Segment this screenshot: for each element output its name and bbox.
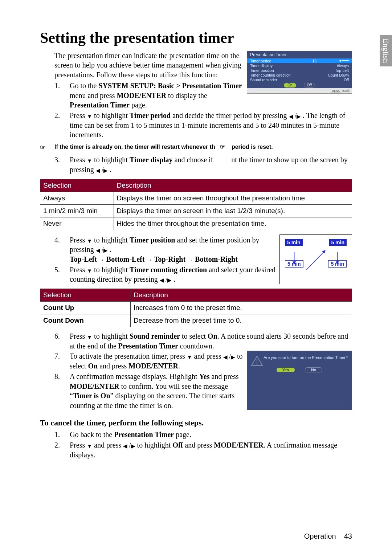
pos-top-right: 5 min — [329, 239, 347, 246]
step-6: Press ▼ to highlight Sound reminder to s… — [70, 331, 352, 351]
left-triangle-icon: ◀ — [96, 168, 100, 174]
left-triangle-icon: ◀ — [123, 444, 127, 449]
osd-presentation-timer: Presentation Timer Timer period15◄━━━━ T… — [247, 51, 352, 110]
step-1: Go to the SYSTEM SETUP: Basic > Presenta… — [70, 81, 243, 110]
timer-display-table: SelectionDescription AlwaysDisplays the … — [40, 179, 352, 230]
confirm-yes-button[interactable]: Yes — [277, 368, 295, 372]
cancel-step-2: Press ▼ and press ◀ /▶ to highlight Off … — [70, 440, 352, 460]
warning-icon — [251, 355, 263, 366]
left-triangle-icon: ◀ — [223, 355, 228, 360]
svg-point-4 — [257, 364, 258, 365]
cancel-step-1: Go back to the Presentation Timer page. — [70, 430, 352, 440]
left-triangle-icon: ◀ — [160, 278, 164, 283]
step-5: Press ▼ to highlight Timer counting dire… — [70, 265, 276, 285]
osd-row-sound-reminder: Sound reminderOff — [247, 77, 352, 82]
osd-row-timer-position: Timer positionTop-Left — [247, 68, 352, 73]
pos-bottom-right: 5 min — [328, 260, 347, 268]
right-triangle-icon: ▶ — [167, 278, 172, 283]
osd-title: Presentation Timer — [247, 51, 352, 58]
down-triangle-icon: ▼ — [87, 158, 92, 164]
table-row: AlwaysDisplays the timer on screen throu… — [40, 192, 352, 204]
note-hand-icon: ☞ — [40, 143, 54, 151]
down-triangle-icon: ▼ — [87, 268, 92, 274]
osd-row-timer-display: Timer displayAlways — [247, 63, 352, 68]
osd-row-counting-direction: Timer counting directionCount Down — [247, 73, 352, 77]
left-triangle-icon: ◀ — [96, 248, 100, 253]
language-tab: English — [380, 35, 392, 66]
arrow-right-icon: → — [99, 257, 105, 263]
osd-off-pill: Off — [304, 83, 315, 87]
down-triangle-icon: ▼ — [87, 335, 92, 340]
right-triangle-icon: ▶ — [297, 114, 301, 119]
confirm-dialog: Are you sure to turn on the Presentation… — [247, 351, 352, 410]
cancel-heading: To cancel the timer, perform the followi… — [40, 418, 352, 428]
pos-top-left: 5 min — [285, 239, 303, 246]
arrow-right-icon: → — [187, 257, 193, 263]
down-triangle-icon: ▼ — [87, 238, 92, 244]
left-triangle-icon: ◀ — [289, 114, 293, 119]
step-4: Press ▼ to highlight Timer position and … — [70, 235, 276, 264]
arrow-right-icon: → — [146, 257, 152, 263]
osd-menu-label: MENU — [331, 89, 342, 93]
table-row: 1 min/2 min/3 minDisplays the timer on s… — [40, 204, 352, 217]
step-2: Press ▼ to highlight Timer period and de… — [70, 111, 352, 140]
page-content: Setting the presentation timer The prese… — [0, 0, 392, 474]
page-title: Setting the presentation timer — [40, 29, 352, 46]
right-triangle-icon: ▶ — [103, 248, 108, 253]
down-triangle-icon: ▼ — [87, 114, 92, 119]
right-triangle-icon: ▶ — [131, 444, 135, 449]
note-1: ☞ If the timer is already on, the timer … — [40, 143, 352, 151]
osd-row-timer-period: Timer period15◄━━━━ — [247, 58, 352, 63]
intro-text: The presentation timer can indicate the … — [54, 52, 241, 79]
table-row: NeverHides the timer throughout the pres… — [40, 217, 352, 230]
step-7: To activate the presentation timer, pres… — [70, 351, 243, 371]
confirm-message: Are you sure to turn on the Presentation… — [263, 355, 348, 360]
timer-position-diagram: 5 min 5 min 5 min 5 min — [279, 234, 352, 285]
table-row: Count UpIncreases from 0 to the preset t… — [40, 302, 352, 314]
down-triangle-icon: ▼ — [87, 444, 92, 449]
osd-on-pill: On — [284, 83, 296, 87]
page-footer: Operation 43 — [304, 532, 352, 540]
table-row: Count DownDecrease from the preset time … — [40, 314, 352, 327]
down-triangle-icon: ▼ — [187, 355, 192, 360]
step-8: A confirmation message displays. Highlig… — [70, 372, 243, 410]
step-3: Press ▼ to highlight Timer display and c… — [70, 155, 352, 175]
pos-bottom-left: 5 min — [285, 260, 303, 268]
right-triangle-icon: ▶ — [103, 168, 108, 174]
counting-direction-table: SelectionDescription Count UpIncreases f… — [40, 289, 352, 327]
confirm-no-button[interactable]: No — [305, 367, 322, 372]
osd-back-label: Back — [342, 89, 350, 93]
right-triangle-icon: ▶ — [231, 355, 235, 360]
